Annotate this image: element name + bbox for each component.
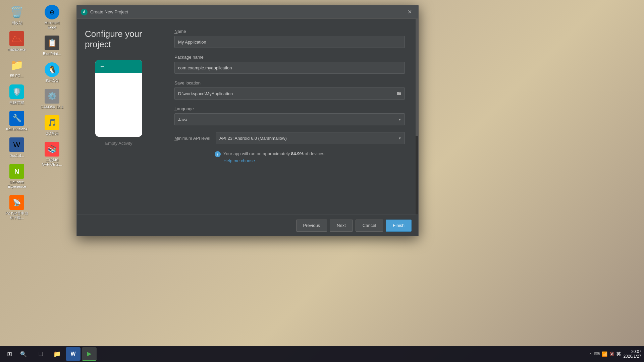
start-button[interactable]: ⊞ bbox=[3, 347, 16, 361]
package-name-input[interactable] bbox=[174, 62, 405, 74]
create-new-project-dialog: A Create New Project ✕ Configure your pr… bbox=[76, 5, 419, 236]
desktop-icon-edge[interactable]: e Microsoft Edge bbox=[39, 3, 65, 31]
search-button[interactable]: 🔍 bbox=[17, 348, 30, 360]
finish-button[interactable]: Finish bbox=[386, 220, 412, 232]
tray-sound-icon[interactable]: 🔇 bbox=[609, 352, 614, 356]
name-label: NNameame bbox=[174, 29, 405, 34]
dialog-title-text: Create New Project bbox=[90, 9, 405, 14]
taskbar-tray: ∧ ⌨ 📶 🔇 英 20:07 2020/1/27 bbox=[589, 349, 641, 359]
min-api-select[interactable]: API 16: Android 4.1 (Jelly Bean) API 17:… bbox=[216, 132, 405, 144]
desktop-icon-recycle-bin[interactable]: 🗑️ 回收站 bbox=[3, 3, 30, 26]
name-input[interactable] bbox=[174, 36, 405, 48]
desktop-icon-keil[interactable]: 🔧 Keil uVision4 bbox=[3, 110, 30, 133]
desktop-icon-nvidia[interactable]: N GeForce Experience bbox=[3, 163, 30, 190]
api-info-content: Your app will run on approximately 84.9%… bbox=[223, 151, 326, 163]
language-field-group: Language Java Kotlin bbox=[174, 106, 405, 125]
phone-content-area bbox=[95, 73, 142, 137]
dialog-heading: Configure your project bbox=[85, 29, 153, 50]
desktop-icon-qq[interactable]: 🐧 腾讯QQ bbox=[39, 61, 65, 84]
taskbar-time[interactable]: 20:07 2020/1/27 bbox=[624, 349, 641, 359]
desktop-icon-matlab[interactable]: matlab.exe bbox=[3, 30, 30, 53]
min-api-select-wrapper: API 16: Android 4.1 (Jelly Bean) API 17:… bbox=[216, 132, 405, 144]
desktop-icon-pzisp[interactable]: 📡 PZ ISP普中自动下载... bbox=[3, 194, 30, 221]
dialog-left-panel: Configure your project ← Empty Activity bbox=[77, 19, 161, 215]
tray-icon-up-arrow[interactable]: ∧ bbox=[589, 352, 592, 356]
language-select-wrapper: Java Kotlin bbox=[174, 113, 405, 125]
dialog-scrollbar[interactable] bbox=[416, 19, 418, 215]
desktop-icons-container: 🗑️ 回收站 matlab.exe 📁 55.PC... 🛡️ 电脑管家 🔧 K… bbox=[3, 3, 70, 245]
save-location-label: Save location bbox=[174, 80, 405, 85]
dialog-body: Configure your project ← Empty Activity … bbox=[77, 19, 418, 215]
desktop-icon-cam350[interactable]: ⚙️ CAM350 12.1 bbox=[39, 87, 65, 111]
phone-header: ← bbox=[95, 60, 142, 73]
previous-button[interactable]: Previous bbox=[296, 220, 327, 232]
package-name-field-group: Package name bbox=[174, 55, 405, 74]
language-select[interactable]: Java Kotlin bbox=[174, 113, 405, 125]
browse-folder-button[interactable] bbox=[393, 87, 405, 100]
scroll-thumb[interactable] bbox=[416, 19, 418, 136]
save-location-input-row bbox=[174, 87, 405, 100]
tray-icons: ∧ ⌨ 📶 🔇 英 bbox=[589, 351, 621, 357]
tray-lang-icon[interactable]: 英 bbox=[616, 351, 621, 357]
api-info-text: Your app will run on approximately 84.9%… bbox=[223, 151, 326, 157]
desktop-icon-office2ms[interactable]: 📚 二级MS OFFICE无... bbox=[39, 140, 65, 168]
desktop: 🗑️ 回收站 matlab.exe 📁 55.PC... 🛡️ 电脑管家 🔧 K… bbox=[0, 0, 644, 362]
dialog-right-panel: NNameame Package name Save location bbox=[161, 19, 418, 215]
min-api-label: Minimum API level bbox=[174, 136, 210, 141]
desktop-icon-doc[interactable]: W Doc1.d... bbox=[3, 136, 30, 159]
taskbar-apps: ❑ 📁 W ▶ bbox=[34, 347, 97, 361]
tray-wifi-icon[interactable]: 📶 bbox=[602, 351, 607, 357]
taskbar: ⊞ 🔍 ❑ 📁 W ▶ ∧ ⌨ 📶 🔇 英 20:07 2020/1/27 bbox=[0, 346, 644, 362]
help-me-choose-link[interactable]: Help me choose bbox=[223, 158, 326, 163]
dialog-titlebar: A Create New Project ✕ bbox=[77, 5, 418, 19]
min-api-level-row: Minimum API level API 16: Android 4.1 (J… bbox=[174, 132, 405, 144]
cancel-button[interactable]: Cancel bbox=[356, 220, 383, 232]
phone-back-arrow-icon: ← bbox=[99, 63, 105, 70]
dialog-footer: Previous Next Cancel Finish bbox=[77, 215, 418, 236]
phone-preview-label: Empty Activity bbox=[85, 141, 153, 146]
phone-preview: ← bbox=[95, 60, 142, 137]
next-button[interactable]: Next bbox=[330, 220, 353, 232]
name-field-group: NNameame bbox=[174, 29, 405, 48]
desktop-icon-folder[interactable]: 📁 55.PC... bbox=[3, 56, 30, 79]
dialog-close-button[interactable]: ✕ bbox=[405, 7, 414, 17]
save-location-field-group: Save location bbox=[174, 80, 405, 100]
taskbar-file-explorer-button[interactable]: 📁 bbox=[50, 347, 64, 361]
package-name-label: Package name bbox=[174, 55, 405, 60]
language-label: Language bbox=[174, 106, 405, 111]
desktop-icon-diannaojia[interactable]: 🛡️ 电脑管家 bbox=[3, 83, 30, 106]
api-info-section: i Your app will run on approximately 84.… bbox=[215, 151, 405, 163]
taskbar-task-view-button[interactable]: ❑ bbox=[34, 347, 48, 361]
desktop-icon-qqmusic[interactable]: 🎵 QQ音乐 bbox=[39, 114, 65, 137]
info-icon: i bbox=[215, 151, 221, 157]
taskbar-word-button[interactable]: W bbox=[66, 347, 80, 361]
tray-keyboard-icon[interactable]: ⌨ bbox=[594, 352, 600, 356]
taskbar-android-studio-button[interactable]: ▶ bbox=[82, 347, 97, 361]
dialog-title-icon: A bbox=[81, 9, 88, 15]
save-location-input[interactable] bbox=[174, 87, 393, 100]
desktop-icon-blueprint[interactable]: 📋 BluePrint... bbox=[39, 34, 65, 57]
